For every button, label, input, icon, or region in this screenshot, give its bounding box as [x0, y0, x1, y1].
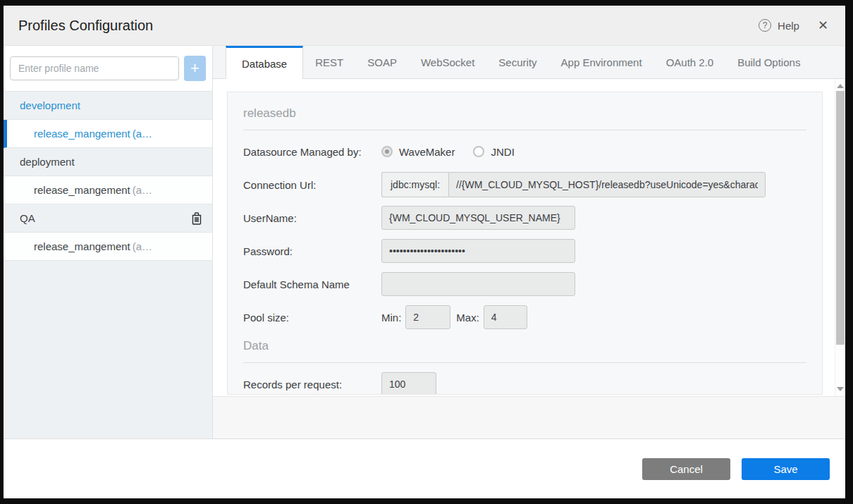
tab-rest[interactable]: REST	[303, 46, 355, 78]
delete-profile-button[interactable]	[191, 211, 202, 225]
profile-content: Database REST SOAP WebSocket Security Ap…	[213, 46, 845, 438]
profile-item-label: release_mangement	[34, 240, 130, 252]
cancel-button[interactable]: Cancel	[642, 458, 730, 480]
header-actions: ? Help ✕	[759, 19, 828, 32]
profile-search-row: +	[4, 46, 212, 92]
profile-group-label: QA	[20, 212, 35, 224]
dialog-title: Profiles Configuration	[18, 18, 759, 34]
connection-url-label: Connection Url:	[243, 179, 381, 191]
username-row: UserName:	[243, 206, 806, 230]
connection-url-row: Connection Url: jdbc:mysql:	[243, 173, 806, 197]
profile-tabbar: Database REST SOAP WebSocket Security Ap…	[213, 46, 845, 79]
datasource-radio-group: WaveMaker JNDI	[381, 146, 533, 158]
db-section-title: releasedb	[243, 106, 806, 121]
password-row: Password:	[243, 239, 806, 263]
default-schema-label: Default Schema Name	[243, 278, 381, 290]
help-link[interactable]: Help	[778, 20, 799, 32]
tab-oauth[interactable]: OAuth 2.0	[654, 46, 726, 78]
sidebar-item-release-mangement-dev[interactable]: release_mangement (a…	[4, 120, 212, 148]
pool-min-input[interactable]	[405, 305, 450, 329]
profiles-sidebar: + development release_mangement (a… depl…	[4, 46, 213, 438]
default-schema-row: Default Schema Name	[243, 272, 806, 296]
add-profile-button[interactable]: +	[184, 56, 206, 81]
datasource-label: Datasource Managed by:	[243, 146, 381, 158]
username-input[interactable]	[381, 206, 575, 230]
tab-app-environment[interactable]: App Environment	[549, 46, 654, 78]
sidebar-item-release-mangement-deploy[interactable]: release_mangement (a…	[4, 176, 212, 204]
scroll-up-button[interactable]	[835, 80, 845, 92]
username-label: UserName:	[243, 212, 381, 224]
content-bottom-strip	[213, 397, 845, 438]
profile-group-label: development	[20, 99, 80, 111]
radio-jndi[interactable]: JNDI	[473, 146, 514, 158]
sidebar-item-qa[interactable]: QA	[4, 204, 212, 233]
data-section-title: Data	[243, 339, 806, 353]
tab-database[interactable]: Database	[226, 46, 303, 79]
dialog-header: Profiles Configuration ? Help ✕	[4, 6, 845, 46]
profile-item-suffix: (a…	[133, 240, 152, 252]
help-icon[interactable]: ?	[759, 19, 771, 32]
pool-size-label: Pool size:	[243, 312, 381, 324]
section-divider	[243, 362, 806, 363]
profile-item-label: release_mangement	[34, 128, 130, 140]
profile-item-label: release_mangement	[34, 184, 130, 196]
radio-wavemaker[interactable]: WaveMaker	[381, 146, 455, 158]
close-icon[interactable]: ✕	[818, 19, 828, 32]
pool-min-label: Min:	[381, 312, 401, 324]
profiles-configuration-dialog: Profiles Configuration ? Help ✕ + develo…	[4, 6, 845, 498]
dialog-footer: Cancel Save	[4, 438, 845, 498]
radio-unselected-icon	[473, 146, 484, 157]
records-row: Records per request:	[243, 372, 806, 395]
triangle-up-icon	[837, 84, 844, 88]
tab-security[interactable]: Security	[486, 46, 548, 78]
database-settings-panel: releasedb Datasource Managed by: WaveMak…	[213, 79, 845, 397]
sidebar-item-deployment[interactable]: deployment	[4, 148, 212, 176]
records-label: Records per request:	[243, 379, 381, 391]
password-label: Password:	[243, 245, 381, 257]
connection-url-input[interactable]	[448, 172, 766, 197]
default-schema-input[interactable]	[381, 272, 575, 296]
tab-build-options[interactable]: Build Options	[725, 46, 812, 78]
trash-icon	[191, 211, 202, 225]
database-settings-card: releasedb Datasource Managed by: WaveMak…	[227, 92, 823, 395]
profile-item-suffix: (a…	[133, 128, 152, 140]
scrollbar-thumb[interactable]	[836, 91, 845, 345]
profile-group-label: deployment	[20, 156, 75, 168]
jdbc-prefix: jdbc:mysql:	[381, 172, 448, 197]
records-input[interactable]	[381, 372, 436, 395]
triangle-down-icon	[837, 387, 844, 391]
tab-soap[interactable]: SOAP	[355, 46, 409, 78]
profile-name-input[interactable]	[10, 56, 179, 80]
pool-size-row: Pool size: Min: Max:	[243, 305, 806, 329]
pool-max-input[interactable]	[484, 305, 527, 329]
dialog-body: + development release_mangement (a… depl…	[4, 46, 845, 438]
datasource-row: Datasource Managed by: WaveMaker JNDI	[243, 140, 806, 164]
sidebar-item-development[interactable]: development	[4, 92, 212, 120]
radio-selected-icon	[381, 146, 393, 157]
tab-websocket[interactable]: WebSocket	[409, 46, 486, 78]
section-divider	[243, 130, 806, 130]
profile-item-suffix: (a…	[133, 184, 152, 196]
save-button[interactable]: Save	[742, 458, 830, 480]
vertical-scrollbar[interactable]	[835, 79, 845, 396]
pool-max-label: Max:	[456, 312, 479, 324]
sidebar-item-release-mangement-qa[interactable]: release_mangement (a…	[4, 233, 212, 261]
scroll-down-button[interactable]	[835, 383, 845, 395]
password-input[interactable]	[381, 239, 575, 263]
